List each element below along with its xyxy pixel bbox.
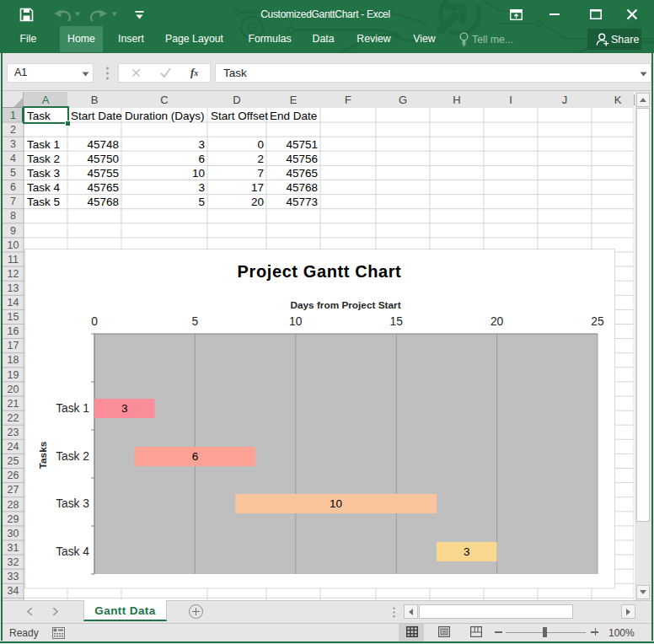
- svg-text:Task 2: Task 2: [56, 450, 89, 463]
- svg-text:19: 19: [8, 369, 19, 381]
- svg-text:23: 23: [8, 427, 19, 438]
- svg-text:28: 28: [8, 499, 19, 511]
- svg-text:22: 22: [8, 412, 19, 424]
- svg-text:25: 25: [8, 455, 19, 467]
- svg-text:Task 1: Task 1: [56, 402, 89, 415]
- svg-text:30: 30: [8, 528, 19, 539]
- svg-text:4: 4: [10, 153, 16, 164]
- svg-text:17: 17: [8, 340, 19, 352]
- svg-text:10: 10: [330, 497, 342, 510]
- svg-text:26: 26: [8, 470, 19, 481]
- svg-text:13: 13: [8, 282, 19, 294]
- svg-text:6: 6: [10, 181, 16, 193]
- svg-text:34: 34: [8, 585, 19, 597]
- svg-text:1: 1: [10, 110, 16, 121]
- svg-text:15: 15: [390, 315, 404, 328]
- svg-text:3: 3: [121, 402, 128, 415]
- svg-text:33: 33: [8, 571, 19, 582]
- svg-text:27: 27: [8, 484, 19, 496]
- svg-text:24: 24: [8, 441, 19, 453]
- svg-text:2: 2: [10, 124, 16, 136]
- svg-text:5: 5: [192, 315, 199, 328]
- svg-text:20: 20: [8, 384, 19, 395]
- svg-text:6: 6: [192, 450, 199, 463]
- svg-text:Project Gantt Chart: Project Gantt Chart: [238, 262, 402, 281]
- svg-text:7: 7: [10, 196, 16, 207]
- svg-text:12: 12: [8, 268, 19, 280]
- svg-text:18: 18: [8, 354, 19, 366]
- svg-text:20: 20: [490, 315, 504, 328]
- svg-text:3: 3: [10, 138, 16, 150]
- svg-text:16: 16: [8, 325, 19, 337]
- svg-text:14: 14: [8, 297, 19, 309]
- svg-text:0: 0: [91, 315, 98, 328]
- svg-text:11: 11: [8, 254, 19, 266]
- svg-text:15: 15: [8, 311, 19, 323]
- svg-text:31: 31: [8, 542, 19, 554]
- svg-text:25: 25: [591, 315, 604, 328]
- svg-text:9: 9: [10, 225, 16, 237]
- svg-text:21: 21: [8, 398, 19, 410]
- svg-text:29: 29: [8, 513, 19, 525]
- svg-text:Tasks: Tasks: [37, 441, 49, 469]
- svg-text:Task 3: Task 3: [56, 497, 89, 510]
- svg-text:3: 3: [464, 545, 470, 558]
- svg-text:10: 10: [289, 315, 303, 328]
- svg-text:Days from Project Start: Days from Project Start: [290, 299, 400, 311]
- svg-text:32: 32: [8, 556, 19, 568]
- svg-text:Task 4: Task 4: [56, 545, 89, 558]
- svg-text:8: 8: [10, 210, 16, 222]
- svg-text:10: 10: [8, 239, 19, 251]
- svg-text:5: 5: [10, 167, 16, 179]
